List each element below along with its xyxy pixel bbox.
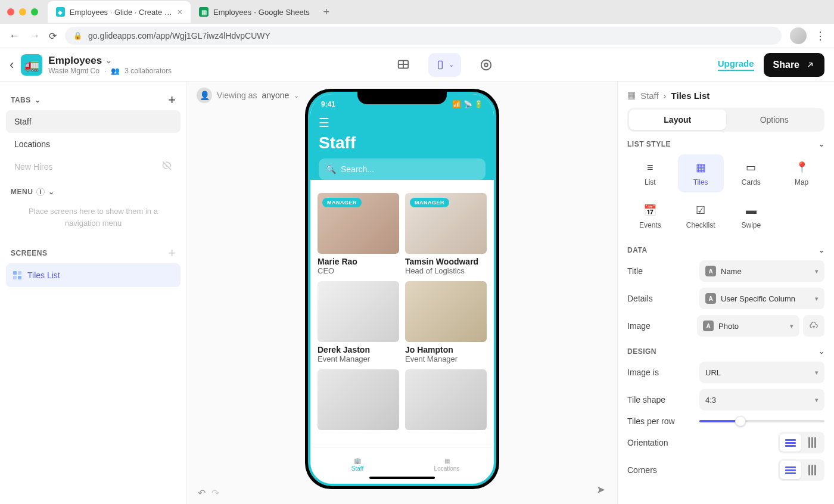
horizontal-lines-icon — [785, 466, 796, 474]
tile-name: Tamsin Woodward — [405, 257, 487, 266]
app-name-chevron-icon[interactable]: ⌄ — [105, 56, 112, 65]
style-list[interactable]: ≡List — [627, 154, 673, 192]
status-time: 9:41 — [321, 100, 335, 108]
browser-tab-glide[interactable]: ◆ Employees · Glide · Create apps × — [48, 1, 191, 23]
style-tiles[interactable]: ▦Tiles — [678, 154, 724, 192]
segment-options[interactable]: Options — [726, 110, 823, 130]
prop-tile-shape-label: Tile shape — [627, 395, 665, 405]
orientation-horizontal[interactable] — [780, 434, 801, 452]
hidden-icon[interactable] — [161, 160, 172, 173]
tile-item[interactable] — [318, 369, 399, 430]
share-label: Share — [773, 60, 799, 70]
staff-icon: 🏢 — [354, 458, 361, 464]
tab-label: Staff — [351, 465, 363, 472]
tile-image — [405, 369, 487, 430]
upgrade-link[interactable]: Upgrade — [718, 58, 754, 71]
prop-image-is-select[interactable]: URL — [699, 362, 824, 383]
horizontal-lines-icon — [785, 438, 796, 447]
prop-details-select[interactable]: A User Specific Column — [699, 288, 824, 309]
window-maximize[interactable] — [31, 8, 38, 15]
tab-label: Locations — [434, 465, 460, 472]
prop-image-select[interactable]: A Photo — [697, 315, 799, 337]
back-button-icon[interactable]: ‹ — [10, 57, 14, 73]
tile-item[interactable]: MANAGER Tamsin Woodward Head of Logistic… — [405, 193, 487, 275]
tabs-section-header: TABS ⌄ + — [6, 90, 181, 110]
style-map[interactable]: 📍Map — [779, 154, 824, 192]
tab-item-locations[interactable]: Locations — [6, 133, 181, 155]
style-cards[interactable]: ▭Cards — [729, 154, 774, 192]
add-tab-button[interactable]: + — [168, 92, 176, 108]
tile-image: MANAGER — [318, 193, 399, 254]
text-type-icon: A — [705, 293, 716, 304]
undo-icon[interactable]: ↶ — [198, 487, 206, 499]
tile-image — [318, 369, 399, 430]
tile-image: MANAGER — [405, 193, 487, 254]
nav-forward-icon[interactable]: → — [29, 30, 41, 42]
org-name: Waste Mgmt Co — [48, 67, 99, 75]
prop-corners-label: Corners — [627, 465, 657, 475]
status-icons: 📶 📡 🔋 — [452, 100, 483, 108]
style-swipe[interactable]: ▬Swipe — [729, 197, 774, 235]
prop-tile-shape-select[interactable]: 4:3 — [699, 389, 824, 410]
orientation-vertical[interactable] — [801, 434, 823, 452]
chevron-down-icon[interactable]: ⌄ — [819, 140, 825, 148]
phone-body: MANAGER Marie Rao CEO MANAGER Tamsin Woo… — [310, 187, 494, 442]
chevron-down-icon[interactable]: ⌄ — [48, 188, 55, 196]
tile-name: Jo Hampton — [405, 345, 487, 354]
svg-rect-11 — [814, 437, 816, 448]
chevron-down-icon[interactable]: ⌄ — [819, 246, 825, 254]
collaborators-count: 3 collaborators — [125, 67, 172, 75]
breadcrumb-parent[interactable]: Staff — [640, 91, 659, 101]
tile-role: Event Manager — [405, 354, 487, 363]
chevron-down-icon[interactable]: ⌄ — [819, 347, 825, 356]
tile-item[interactable] — [405, 369, 487, 430]
phone-view-button[interactable]: ⌄ — [428, 53, 461, 77]
segment-layout[interactable]: Layout — [629, 110, 726, 130]
style-events[interactable]: 📅Events — [627, 197, 673, 235]
url-field[interactable]: 🔒 go.glideapps.com/app/Wgj1GL7iwz4lHdvpC… — [65, 27, 782, 45]
close-tab-icon[interactable]: × — [178, 7, 182, 17]
text-type-icon: A — [703, 321, 714, 331]
new-tab-button[interactable]: + — [318, 4, 335, 20]
upload-image-button[interactable] — [803, 315, 824, 337]
tab-label: Employees - Google Sheets — [213, 8, 310, 17]
vertical-lines-icon — [808, 465, 816, 475]
locations-icon: ▦ — [444, 458, 450, 464]
tile-item[interactable]: Jo Hampton Event Manager — [405, 281, 487, 363]
tile-item[interactable]: MANAGER Marie Rao CEO — [318, 193, 399, 275]
list-style-label: LIST STYLE — [627, 140, 671, 148]
viewing-as-pill[interactable]: 👤 Viewing as anyone ⌄ — [197, 88, 299, 103]
tablet-view-icon[interactable] — [393, 54, 414, 76]
style-checklist[interactable]: ☑Checklist — [678, 197, 724, 235]
browser-menu-icon[interactable]: ⋮ — [815, 29, 826, 42]
info-icon[interactable]: i — [36, 188, 45, 196]
tile-role: Event Manager — [318, 354, 399, 363]
screen-item-tiles-list[interactable]: Tiles List — [6, 263, 181, 287]
chevron-down-icon[interactable]: ⌄ — [35, 96, 41, 104]
corners-option-a[interactable] — [780, 461, 801, 479]
chevron-right-icon: › — [664, 91, 667, 101]
calendar-icon: 📅 — [643, 203, 657, 217]
hamburger-icon[interactable]: ☰ — [319, 116, 329, 129]
corners-option-b[interactable] — [801, 461, 823, 479]
tiles-per-row-slider[interactable] — [699, 420, 824, 422]
redo-icon[interactable]: ↷ — [211, 487, 219, 499]
nav-back-icon[interactable]: ← — [8, 30, 20, 42]
share-button[interactable]: Share — [764, 53, 824, 77]
screen-title: Staff — [310, 133, 494, 158]
prop-title-select[interactable]: A Name — [699, 260, 824, 282]
profile-avatar[interactable] — [790, 27, 807, 44]
tab-item-new-hires[interactable]: New Hires — [6, 155, 181, 178]
settings-gear-icon[interactable] — [475, 54, 497, 76]
slider-thumb[interactable] — [735, 416, 746, 427]
reload-icon[interactable]: ⟳ — [49, 30, 57, 42]
breadcrumb: ▦ Staff › Tiles List — [627, 90, 824, 101]
browser-tab-sheets[interactable]: ▦ Employees - Google Sheets — [191, 1, 318, 23]
search-input[interactable]: 🔍 Search... — [319, 158, 486, 180]
window-minimize[interactable] — [19, 8, 26, 15]
tile-item[interactable]: Derek Jaston Event Manager — [318, 281, 399, 363]
window-close[interactable] — [7, 8, 14, 15]
svg-rect-17 — [814, 465, 816, 475]
add-screen-button[interactable]: + — [168, 245, 176, 261]
tab-item-staff[interactable]: Staff — [6, 110, 181, 133]
